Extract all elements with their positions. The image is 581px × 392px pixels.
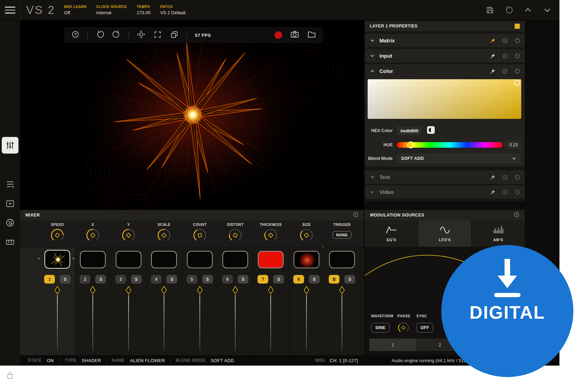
sidebar-item-keys[interactable] [6,238,15,248]
layer-thumbnail-5[interactable] [187,251,213,268]
layer-select-button-2[interactable]: 2 [80,275,90,284]
status-value-state[interactable]: ON [47,358,54,363]
sidebar-item-media[interactable] [6,199,15,210]
undo-icon[interactable] [505,6,513,14]
reset-icon[interactable] [514,174,520,180]
reset-icon[interactable] [514,68,520,74]
mixer-knob-y[interactable]: Y [116,222,141,245]
layer-select-button-1[interactable]: 1 [44,275,55,284]
fader-track[interactable] [57,295,58,351]
solo-button-4[interactable]: S [166,275,177,284]
section-video[interactable]: Video ? [365,185,525,199]
layer-select-button-7[interactable]: 7 [257,275,268,284]
solo-button-8[interactable]: S [309,275,320,284]
reset-icon[interactable] [514,38,520,43]
topbar-field-patch[interactable]: PATCHVS 2 Default [160,5,186,15]
mixer-knob-scale[interactable]: SCALE [151,222,177,245]
trigger-control[interactable]: TRIGGERNONE [329,222,355,239]
layer-select-button-3[interactable]: 3 [115,275,126,284]
help-icon[interactable]: ? [502,174,508,180]
layer-fader-8[interactable] [304,286,309,296]
layer-color-swatch[interactable] [515,24,520,29]
modulation-tab-egs[interactable]: EG'S [365,220,418,247]
help-icon[interactable]: ? [514,212,519,219]
help-icon[interactable]: ? [502,189,508,195]
pin-icon[interactable] [490,53,496,59]
layer-thumbnail-B[interactable] [329,251,355,268]
chevron-up-icon[interactable] [523,6,532,15]
layer-thumbnail-2[interactable] [80,251,106,268]
modulation-tab-lfos[interactable]: LFO'S [418,220,472,247]
help-icon[interactable]: ? [502,53,508,59]
undo-icon[interactable] [96,30,104,40]
lfo-page-1[interactable]: 1 [369,338,416,351]
pin-icon[interactable] [490,189,496,195]
section-input[interactable]: Input ? [365,49,525,63]
layer-fader-7[interactable] [268,286,273,296]
fader-track[interactable] [92,295,93,351]
sidebar-item-layers[interactable] [6,180,15,190]
layer-thumbnail-7[interactable] [258,251,284,268]
solo-button-7[interactable]: S [273,275,284,284]
solo-button-5[interactable]: S [202,275,213,284]
fader-track[interactable] [128,295,129,351]
layer-fader-3[interactable] [126,286,131,296]
hue-value[interactable]: 0.13 [506,141,521,149]
layer-thumbnail-1[interactable] [44,250,70,269]
snapshot-icon[interactable] [290,30,299,40]
section-color[interactable]: Color ? [365,64,525,78]
pin-icon[interactable] [490,68,496,74]
fader-track[interactable] [235,295,236,351]
menu-icon[interactable] [0,0,21,20]
fullscreen-icon[interactable] [153,30,162,40]
sidebar-item-mixer[interactable] [2,137,18,154]
pin-icon[interactable] [490,38,496,43]
layer-fader-6[interactable] [232,286,238,296]
layer-fader-4[interactable] [161,286,167,296]
record-icon[interactable] [275,31,282,39]
redo-icon[interactable] [112,30,121,40]
layer-fader-1[interactable] [55,286,60,296]
prev-layer-arrow[interactable]: ‹ [38,255,40,261]
topbar-field-tempo[interactable]: TEMPO173.00 [137,5,150,15]
layer-select-button-8[interactable]: 8 [293,275,304,284]
status-value-name[interactable]: ALIEN FLOWER [130,358,165,363]
section-text[interactable]: Text ? [365,170,525,184]
layer-thumbnail-3[interactable] [116,251,141,268]
phase-knob[interactable] [396,321,410,336]
hue-slider[interactable] [397,142,502,148]
mixer-knob-thickness[interactable]: THICKNESS [258,222,284,245]
layer-select-button-4[interactable]: 4 [151,275,162,284]
fader-track[interactable] [199,295,200,351]
hex-color-input[interactable]: #edb900 [397,126,422,135]
position-icon[interactable] [137,30,145,40]
contrast-icon[interactable] [427,126,435,136]
next-layer-arrow[interactable]: › [73,255,74,261]
mixer-knob-count[interactable]: COUNT [187,222,213,245]
section-matrix[interactable]: Matrix ? [365,34,525,47]
layer-select-button-6[interactable]: 6 [222,275,233,284]
mixer-knob-speed[interactable]: SPEED [44,222,70,245]
fader-track[interactable] [306,295,307,351]
saturation-value-picker[interactable] [368,79,521,119]
fader-track[interactable] [342,295,342,351]
help-icon[interactable]: ? [502,68,508,74]
midi-channel-value[interactable]: CH: 1 [0-127] [330,358,358,363]
reset-icon[interactable] [514,189,520,195]
trigger-none-button[interactable]: NONE [333,231,351,239]
sidebar-item-colors[interactable] [6,218,15,229]
help-icon[interactable]: ? [502,38,508,43]
solo-button-2[interactable]: S [95,275,106,284]
layer-select-button-B[interactable]: B [329,275,339,284]
layer-fader-5[interactable] [197,286,203,296]
folder-icon[interactable] [307,30,316,40]
solo-button-6[interactable]: S [238,275,248,284]
mixer-knob-size[interactable]: SIZE [294,222,319,245]
sidebar-item-lock[interactable] [6,371,14,381]
pin-icon[interactable] [490,174,496,180]
modulation-tab-ams[interactable]: AM'S [472,220,525,247]
topbar-field-clock-source[interactable]: CLOCK SOURCEInternal [96,5,127,15]
status-value-type[interactable]: SHADER [82,358,101,363]
help-icon[interactable]: ? [353,212,359,219]
layer-fader-2[interactable] [90,286,96,296]
